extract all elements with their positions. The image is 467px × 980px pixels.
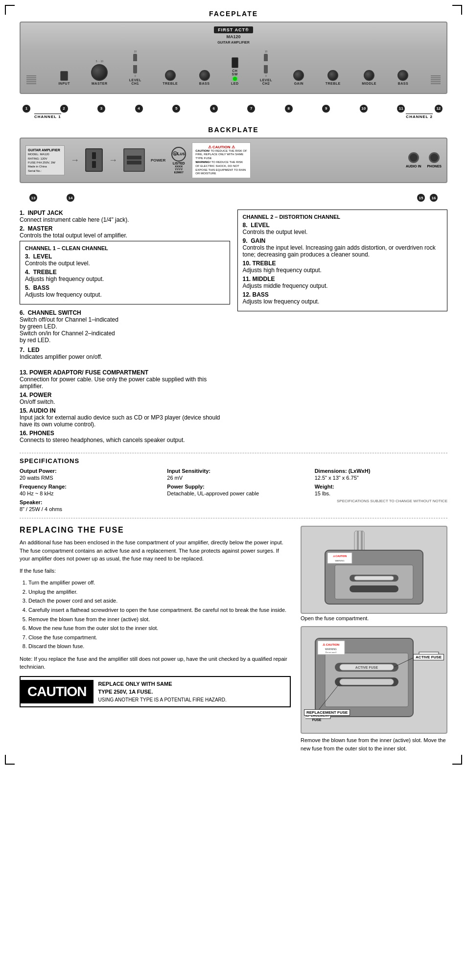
replace-step-4: Carefully insert a flathead screwdriver … [28, 606, 291, 615]
vent-line [431, 77, 441, 78]
master-label: MASTER [92, 82, 108, 85]
faceplate-controls-row: INPUT 5 · · 10 MASTER 10 0 LEVELCH1 TRE [25, 48, 442, 87]
master-knob-group: 5 · · 10 MASTER [91, 60, 108, 85]
middle-knob [364, 70, 374, 81]
spec-input-sens-label: Input Sensitivity: [167, 468, 210, 474]
bp-arrow-2: → [109, 155, 117, 165]
replacing-fuse-section: REPLACING THE FUSE An additional fuse ha… [20, 526, 447, 752]
channel2-box: CHANNEL 2 – DISTORTION CHANNEL 8. LEVEL … [237, 210, 448, 311]
level-ch2-label: LEVELCH2 [260, 78, 272, 85]
caution-line1: REPLACE ONLY WITH SAME [98, 680, 227, 688]
phones-jack [429, 152, 440, 163]
led-indicator [233, 77, 237, 81]
desc-label-12: 12. BASS [243, 291, 269, 298]
caution-sticker-title: ⚠ CAUTION ⚠ [195, 145, 247, 149]
middle-group: MIDDLE [362, 70, 376, 85]
desc-item-14: 14. POWER On/off switch. [20, 392, 230, 405]
treble-ch2-label: TREBLE [326, 82, 341, 85]
spec-weight: Weight: 15 lbs. [315, 483, 447, 497]
ul-circle: ⓤL US [171, 147, 186, 162]
replace-steps: Turn the amplifier power off. Unplug the… [20, 579, 291, 651]
num-8: 8 [285, 105, 295, 113]
fuse-illustration-1: ⚠ CAUTION WARNING [310, 531, 438, 609]
ul-codes: XXXX YYYY E2M07 [174, 165, 184, 174]
corner-mark-bl [5, 755, 15, 765]
channel1-box-title: CHANNEL 1 – CLEAN CHANNEL [25, 245, 225, 251]
brand-badge: FIRST ACT® [214, 26, 253, 33]
fuse-image-2: ACTIVE FUSE ACTIVE FUSE REPLACEMENT [301, 626, 447, 734]
desc-label-13: 13. POWER ADAPTOR/ FUSE COMPARTMENT [20, 369, 148, 376]
num-2: 2 [60, 105, 70, 113]
desc-item-15: 15. AUDIO IN Input jack for external aud… [20, 407, 230, 428]
specs-col-3: Dimensions: (LxWxH) 12.5" x 13" x 6.75" … [315, 467, 447, 514]
page: FACEPLATE FIRST ACT® MA120 GUITAR AMPLIF… [0, 0, 467, 770]
channel-labels: CHANNEL 1 CHANNEL 2 [20, 114, 447, 119]
spec-dimensions-label: Dimensions: (LxWxH) [315, 468, 371, 474]
bass-ch2-knob [397, 70, 408, 81]
replacement-fuse-label: REPLACEMENT FUSE [304, 709, 350, 716]
desc-text-2: Controls the total output level of ampli… [20, 232, 127, 239]
corner-mark-tl [5, 5, 15, 15]
replace-intro: An additional fuse has been enclosed in … [20, 538, 291, 563]
faceplate-numbers: 1 2 3 4 5 6 7 8 9 10 11 [20, 104, 447, 113]
channel-switch [232, 57, 238, 68]
fuse-slot-2 [127, 161, 141, 164]
fuse-image-1-caption: Open the fuse compartment. [301, 615, 447, 621]
spec-dimensions: Dimensions: (LxWxH) 12.5" x 13" x 6.75" [315, 467, 447, 481]
num-4: 4 [135, 105, 145, 113]
spec-freq-label: Frequency Range: [20, 484, 67, 490]
faceplate-panel: FIRST ACT® MA120 GUITAR AMPLIFIER INPUT [20, 22, 447, 94]
middle-label: MIDDLE [362, 82, 376, 85]
phones-group: PHONES [427, 152, 442, 168]
caution-sticker-text: CAUTION! TO REDUCE THE RISK OF FIRE, REP… [195, 149, 247, 176]
bp-arrow-1: → [70, 155, 79, 165]
desc-text-9: Controls the input level. Increasing gai… [243, 244, 436, 258]
num-1: 1 [23, 105, 32, 113]
desc-label-7: 7. LED [20, 347, 40, 353]
svg-rect-4 [335, 565, 413, 599]
fuse-image-1: ⚠ CAUTION WARNING [301, 526, 447, 614]
input-jack-group: INPUT [58, 71, 70, 85]
spec-input-sens-value: 26 mV [167, 475, 183, 481]
num-10: 10 [360, 105, 370, 113]
num-6: 6 [210, 105, 220, 113]
replace-step-1: Turn the amplifier power off. [28, 579, 291, 587]
desc-text-10: Adjusts high frequency output. [243, 267, 322, 274]
audio-in-label: AUDIO IN [406, 164, 421, 168]
bass-ch1-label: BASS [199, 82, 210, 85]
bp-num-16: 16 [430, 194, 438, 202]
bp-num-13: 13 [29, 194, 37, 202]
corner-mark-tr [452, 5, 462, 15]
treble-ch2-group: TREBLE [326, 70, 341, 85]
audio-in-group: AUDIO IN [406, 152, 421, 168]
desc-item-1: 1. INPUT JACK Connect instrument cable h… [20, 210, 230, 223]
bass-ch1-knob [199, 70, 210, 81]
svg-rect-17 [340, 679, 394, 685]
replace-step-5: Remove the blown fuse from the inner (ac… [28, 615, 291, 624]
desc-text-11: Adjusts middle frequency output. [243, 282, 328, 289]
vent-line [26, 83, 36, 84]
bass-ch1-group: BASS [199, 70, 210, 85]
caution-big-text: CAUTION [21, 680, 93, 703]
led-label: LED [231, 82, 239, 85]
desc-label-8: 8. LEVEL [243, 222, 270, 229]
svg-text:FUSE: FUSE [312, 718, 322, 722]
desc-text-13: Connection for power cable. Use only the… [20, 376, 207, 390]
phones-label: PHONES [427, 164, 442, 168]
desc-text-16: Connects to stereo headphones, which can… [20, 437, 185, 443]
replace-note: Note: If you replace the fuse and the am… [20, 655, 291, 671]
desc-text-1: Connect instrument cable here (1/4" jack… [20, 216, 129, 223]
vent-line [26, 75, 36, 76]
desc-label-9: 9. GAIN [243, 237, 266, 244]
spec-dimensions-value: 12.5" x 13" x 6.75" [315, 475, 359, 481]
vent-line [26, 81, 36, 82]
desc-label-11: 11. MIDDLE [243, 276, 275, 282]
svg-text:⚠ CAUTION: ⚠ CAUTION [323, 643, 339, 646]
backplate-panel: GUITAR AMPLIFIER MODEL: MA120 RATING: 12… [20, 138, 447, 184]
desc-text-8: Controls the output level. [243, 229, 308, 235]
faceplate-header: FIRST ACT® MA120 GUITAR AMPLIFIER [25, 26, 442, 45]
faceplate-title: FACEPLATE [20, 10, 447, 18]
vent-line [26, 77, 36, 78]
specs-title: SPECIFICATIONS [20, 457, 447, 465]
desc-text-6: Switch off/out for Channel 1–indicatedby… [20, 316, 118, 344]
